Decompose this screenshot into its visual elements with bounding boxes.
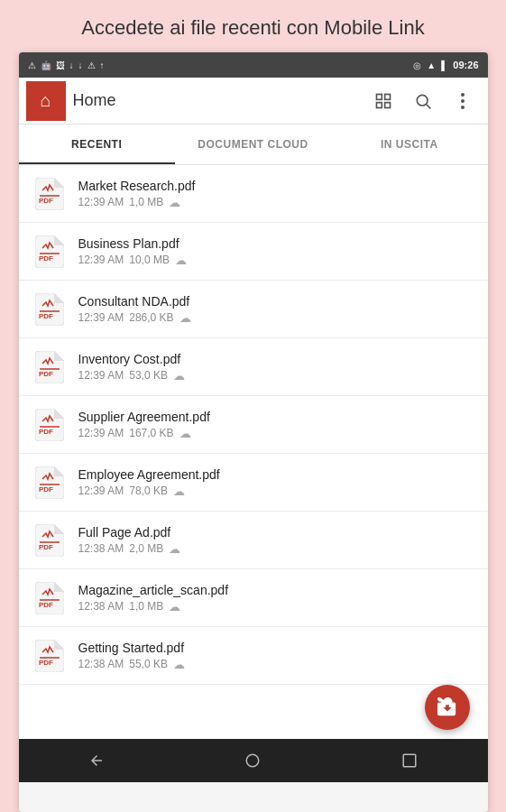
more-options-button[interactable] xyxy=(445,83,481,119)
svg-rect-28 xyxy=(403,754,416,767)
file-info: Supplier Agreement.pdf 12:39 AM 167,0 KB… xyxy=(78,410,474,440)
svg-rect-0 xyxy=(376,94,382,99)
file-meta: 12:38 AM 55,0 KB ☁ xyxy=(78,658,474,671)
file-item[interactable]: PDF Supplier Agreement.pdf 12:39 AM 167,… xyxy=(19,396,488,454)
cloud-icon: ☁ xyxy=(173,369,185,383)
pdf-icon: PDF xyxy=(33,466,66,499)
file-meta: 12:38 AM 1,0 MB ☁ xyxy=(78,600,474,614)
file-size: 2,0 MB xyxy=(129,542,163,555)
fab-button[interactable] xyxy=(425,685,470,730)
file-name: Supplier Agreement.pdf xyxy=(78,410,474,424)
tab-recenti[interactable]: RECENTI xyxy=(19,125,175,164)
image-icon: 🖼 xyxy=(56,60,65,70)
file-item[interactable]: PDF Business Plan.pdf 12:39 AM 10,0 MB ☁ xyxy=(19,223,488,281)
svg-text:PDF: PDF xyxy=(39,659,53,667)
app-bar-title: Home xyxy=(73,91,365,110)
recents-button[interactable] xyxy=(331,739,487,782)
file-size: 53,0 KB xyxy=(129,369,168,382)
svg-point-6 xyxy=(461,93,465,97)
file-list: PDF Market Research.pdf 12:39 AM 1,0 MB … xyxy=(19,165,488,685)
home-icon: ⌂ xyxy=(40,90,51,111)
file-name: Getting Started.pdf xyxy=(78,641,474,655)
svg-rect-3 xyxy=(384,102,390,107)
svg-line-5 xyxy=(426,104,430,108)
pdf-icon: PDF xyxy=(33,235,66,268)
download-icon-2: ↓ xyxy=(78,60,83,70)
file-size: 167,0 KB xyxy=(129,427,173,439)
file-name: Consultant NDA.pdf xyxy=(78,294,474,309)
search-button[interactable] xyxy=(405,83,441,119)
file-size: 10,0 MB xyxy=(129,254,170,266)
svg-text:PDF: PDF xyxy=(39,543,53,551)
cloud-icon: ☁ xyxy=(179,427,191,440)
battery-icon: ▌ xyxy=(441,60,447,70)
app-bar-actions xyxy=(365,83,481,119)
status-time: 09:26 xyxy=(453,60,478,70)
file-time: 12:39 AM xyxy=(78,427,124,439)
tab-in-uscita[interactable]: IN USCITA xyxy=(331,125,487,164)
file-info: Employee Agreement.pdf 12:39 AM 78,0 KB … xyxy=(78,467,474,498)
pdf-icon: PDF xyxy=(33,640,66,672)
svg-point-7 xyxy=(461,99,465,103)
file-info: Consultant NDA.pdf 12:39 AM 286,0 KB ☁ xyxy=(78,294,474,325)
back-button[interactable] xyxy=(19,739,175,782)
pdf-icon: PDF xyxy=(33,524,66,557)
file-item[interactable]: PDF Getting Started.pdf 12:38 AM 55,0 KB… xyxy=(19,627,488,685)
file-name: Market Research.pdf xyxy=(78,179,474,193)
cloud-icon: ☁ xyxy=(175,254,187,267)
cloud-icon: ☁ xyxy=(169,196,180,209)
svg-point-27 xyxy=(247,754,260,767)
pdf-icon: PDF xyxy=(33,409,66,441)
file-time: 12:38 AM xyxy=(78,600,124,613)
file-meta: 12:39 AM 78,0 KB ☁ xyxy=(78,484,474,498)
home-button[interactable] xyxy=(175,739,331,782)
file-name: Inventory Cost.pdf xyxy=(78,352,474,366)
pdf-icon: PDF xyxy=(33,293,66,326)
cloud-icon: ☁ xyxy=(173,484,185,498)
file-info: Getting Started.pdf 12:38 AM 55,0 KB ☁ xyxy=(78,641,474,671)
file-meta: 12:39 AM 53,0 KB ☁ xyxy=(78,369,474,383)
file-meta: 12:39 AM 10,0 MB ☁ xyxy=(78,254,474,267)
file-item[interactable]: PDF Employee Agreement.pdf 12:39 AM 78,0… xyxy=(19,454,488,512)
file-name: Magazine_article_scan.pdf xyxy=(78,583,474,597)
tab-document-cloud[interactable]: DOCUMENT CLOUD xyxy=(175,125,331,164)
wifi-icon: ▲ xyxy=(427,60,436,70)
file-meta: 12:38 AM 2,0 MB ☁ xyxy=(78,542,474,556)
cloud-icon: ☁ xyxy=(169,542,180,556)
file-meta: 12:39 AM 286,0 KB ☁ xyxy=(78,311,474,325)
signal-icon: ◎ xyxy=(413,60,421,70)
file-time: 12:38 AM xyxy=(78,542,124,555)
pdf-icon: PDF xyxy=(33,178,66,210)
file-item[interactable]: PDF Full Page Ad.pdf 12:38 AM 2,0 MB ☁ xyxy=(19,512,488,569)
svg-rect-1 xyxy=(384,94,390,99)
file-time: 12:39 AM xyxy=(78,484,124,497)
file-info: Inventory Cost.pdf 12:39 AM 53,0 KB ☁ xyxy=(78,352,474,383)
file-item[interactable]: PDF Market Research.pdf 12:39 AM 1,0 MB … xyxy=(19,165,488,223)
svg-text:PDF: PDF xyxy=(39,197,53,205)
file-time: 12:39 AM xyxy=(78,254,124,266)
svg-text:PDF: PDF xyxy=(39,428,53,436)
scan-button[interactable] xyxy=(365,83,401,119)
file-item[interactable]: PDF Inventory Cost.pdf 12:39 AM 53,0 KB … xyxy=(19,338,488,396)
file-size: 1,0 MB xyxy=(129,196,163,208)
file-info: Full Page Ad.pdf 12:38 AM 2,0 MB ☁ xyxy=(78,525,474,556)
file-time: 12:38 AM xyxy=(78,658,124,670)
file-size: 286,0 KB xyxy=(129,311,173,324)
pdf-icon: PDF xyxy=(33,582,66,614)
page-headline: Accedete ai file recenti con Mobile Link xyxy=(54,0,451,52)
upload-icon: ↑ xyxy=(100,60,105,70)
fab-container xyxy=(19,685,488,739)
warning-icon-1: ⚠ xyxy=(28,60,36,70)
file-name: Full Page Ad.pdf xyxy=(78,525,474,540)
android-icon: 🤖 xyxy=(41,60,51,70)
warning-icon-2: ⚠ xyxy=(87,60,96,70)
file-info: Magazine_article_scan.pdf 12:38 AM 1,0 M… xyxy=(78,583,474,614)
file-item[interactable]: PDF Magazine_article_scan.pdf 12:38 AM 1… xyxy=(19,569,488,627)
file-item[interactable]: PDF Consultant NDA.pdf 12:39 AM 286,0 KB… xyxy=(19,281,488,338)
menu-button[interactable]: ⌂ xyxy=(26,81,66,121)
svg-text:PDF: PDF xyxy=(39,312,53,320)
status-bar-left: ⚠ 🤖 🖼 ↓ ↓ ⚠ ↑ xyxy=(28,60,105,70)
file-info: Market Research.pdf 12:39 AM 1,0 MB ☁ xyxy=(78,179,474,209)
phone-frame: ⚠ 🤖 🖼 ↓ ↓ ⚠ ↑ ◎ ▲ ▌ 09:26 ⌂ Home xyxy=(19,52,488,812)
svg-text:PDF: PDF xyxy=(39,485,53,494)
